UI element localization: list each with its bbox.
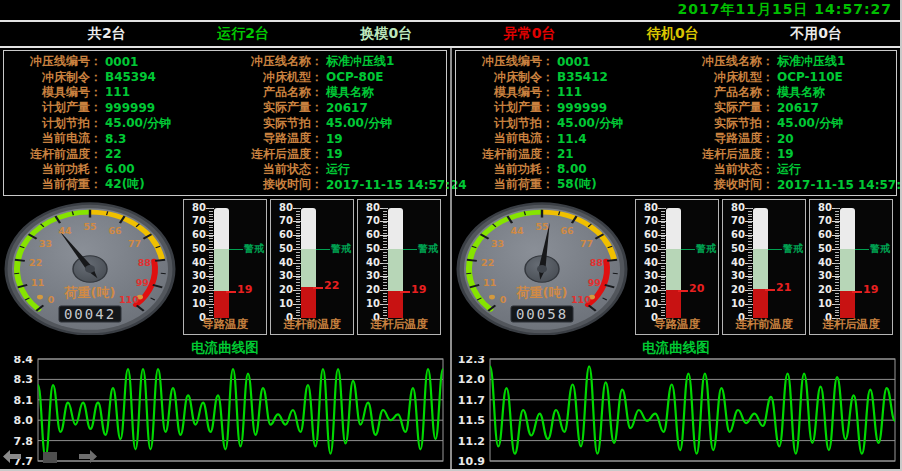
thermo-fill	[753, 289, 768, 318]
info-value: 20	[777, 132, 794, 146]
thermo-scale-label: 30	[186, 270, 206, 281]
info-row: 连杆后温度：19	[225, 146, 446, 161]
info-value: 20617	[326, 101, 368, 115]
info-value: B45394	[105, 70, 156, 84]
nav-stop-icon[interactable]	[43, 451, 57, 463]
info-value: OCP-110E	[777, 70, 843, 84]
thermo-value: 20	[689, 282, 704, 295]
info-label: 接收时间：	[676, 176, 774, 193]
thermo-scale-label: 50	[273, 243, 293, 254]
thermo-scale-label: 10	[812, 298, 832, 309]
info-value: 运行	[777, 161, 801, 178]
info-row: 计划节拍：45.00/分钟	[4, 116, 225, 131]
info-value: 21	[557, 147, 574, 161]
thermo-fill	[666, 290, 681, 318]
info-row: 接收时间：2017-11-15 14:57:24	[676, 177, 896, 192]
thermo-scale-label: 80	[812, 202, 832, 213]
thermo-minor-ticks	[835, 208, 839, 319]
info-value: OCP-80E	[326, 70, 383, 84]
thermo-scale-label: 30	[360, 270, 380, 281]
info-row: 当前功耗：8.00	[456, 162, 676, 177]
thermo-scale-label: 60	[725, 229, 745, 240]
info-row: 产品名称：模具名称	[225, 85, 446, 100]
thermo-tube	[753, 208, 768, 318]
info-row: 连杆前温度：22	[4, 146, 225, 161]
thermo-scale-label: 20	[186, 284, 206, 295]
info-panel: 冲压线编号：0001冲床制令：B45394模具编号：111计划产量：999999…	[3, 50, 447, 196]
info-row: 冲压线编号：0001	[456, 54, 676, 69]
gauge-scale-label: 66	[560, 225, 574, 236]
info-value: 8.3	[105, 132, 126, 146]
info-value: 19	[777, 147, 794, 161]
thermometer: 01020304050607080警戒19连杆后温度	[809, 199, 893, 335]
warn-line	[316, 249, 330, 250]
info-row: 冲压线编号：0001	[4, 54, 225, 69]
thermometer: 01020304050607080警戒21连杆前温度	[722, 199, 806, 335]
info-value: 20617	[777, 101, 819, 115]
thermo-value-line	[678, 290, 688, 292]
machine-panel-1: 冲压线编号：0001冲床制令：B45394模具编号：111计划产量：999999…	[0, 48, 450, 469]
thermo-scale-label: 50	[186, 243, 206, 254]
current-chart-panel: 电流曲线图10.911.211.511.712.012.3	[454, 339, 898, 470]
gauge-scale-label: 55	[535, 220, 548, 231]
load-gauge: 0112233445566778899110荷重(吨)00058	[454, 199, 632, 337]
info-value: 999999	[105, 101, 155, 115]
gauge-scale-label: 77	[580, 238, 593, 249]
thermo-scale-label: 30	[638, 270, 658, 281]
info-row: 模具编号：111	[4, 85, 225, 100]
load-gauge-dial: 0112233445566778899110荷重(吨)00058	[454, 199, 630, 335]
info-value: 0001	[557, 55, 590, 69]
info-column-right: 冲压线名称：标准冲压线1冲床机型：OCP-110E产品名称：模具名称实际产量：2…	[676, 54, 896, 193]
info-row: 接收时间：2017-11-15 14:57:24	[225, 177, 446, 192]
gauge-unit-label: 荷重(吨)	[516, 285, 568, 300]
thermo-scale-label: 20	[725, 284, 745, 295]
y-tick-label: 7.8	[14, 434, 34, 447]
thermo-scale-label: 40	[273, 257, 293, 268]
info-row: 冲床制令：B45394	[4, 69, 225, 84]
info-row: 连杆后温度：19	[676, 146, 896, 161]
warn-label: 警戒	[696, 242, 716, 256]
y-tick-label: 8.1	[14, 393, 34, 406]
thermometer: 01020304050607080警戒19导路温度	[183, 199, 267, 335]
info-label: 当前荷重：	[4, 176, 102, 193]
info-row: 计划产量：999999	[456, 100, 676, 115]
info-column-left: 冲压线编号：0001冲床制令：B45394模具编号：111计划产量：999999…	[4, 54, 225, 193]
thermo-scale-label: 10	[186, 298, 206, 309]
y-tick-label: 8.4	[14, 356, 34, 366]
thermo-scale-label: 50	[638, 243, 658, 254]
gauge-scale-label: 66	[108, 225, 122, 236]
info-row: 导路温度：20	[676, 131, 896, 146]
warn-line	[229, 249, 243, 250]
thermo-scale-label: 80	[725, 202, 745, 213]
info-value: 45.00/分钟	[326, 115, 392, 132]
status-item-4: 异常0台	[504, 25, 556, 43]
thermo-minor-ticks	[661, 208, 665, 319]
machine-panel-2: 冲压线编号：0001冲床制令：B35412模具编号：111计划产量：999999…	[450, 48, 900, 469]
thermometer: 01020304050607080警戒22连杆前温度	[270, 199, 354, 335]
gauge-scale-label: 77	[128, 238, 141, 249]
info-value: 111	[557, 85, 582, 99]
thermo-caption: 连杆前温度	[271, 317, 353, 332]
nav-forward-icon[interactable]	[79, 450, 97, 463]
info-row: 当前电流：11.4	[456, 131, 676, 146]
thermo-scale-label: 80	[186, 202, 206, 213]
gauge-scale-label: 110	[119, 293, 139, 304]
thermo-scale-label: 10	[725, 298, 745, 309]
info-row: 冲床机型：OCP-110E	[676, 69, 896, 84]
info-row: 冲压线名称：标准冲压线1	[676, 54, 896, 69]
nav-back-icon[interactable]	[3, 450, 21, 463]
gauge-scale-label: 0	[48, 293, 55, 304]
thermo-fill	[214, 291, 229, 317]
thermo-scale-label: 70	[186, 215, 206, 226]
info-value: B35412	[557, 70, 608, 84]
thermo-scale-label: 20	[638, 284, 658, 295]
thermo-scale-label: 60	[186, 229, 206, 240]
thermo-value: 19	[863, 283, 878, 296]
warn-label: 警戒	[418, 242, 438, 256]
info-value: 22	[105, 147, 122, 161]
info-value: 111	[105, 85, 130, 99]
gauge-scale-label: 99	[588, 276, 601, 287]
info-value: 标准冲压线1	[777, 53, 845, 70]
info-row: 当前状态：运行	[676, 162, 896, 177]
gauge-scale-label: 33	[39, 238, 52, 249]
